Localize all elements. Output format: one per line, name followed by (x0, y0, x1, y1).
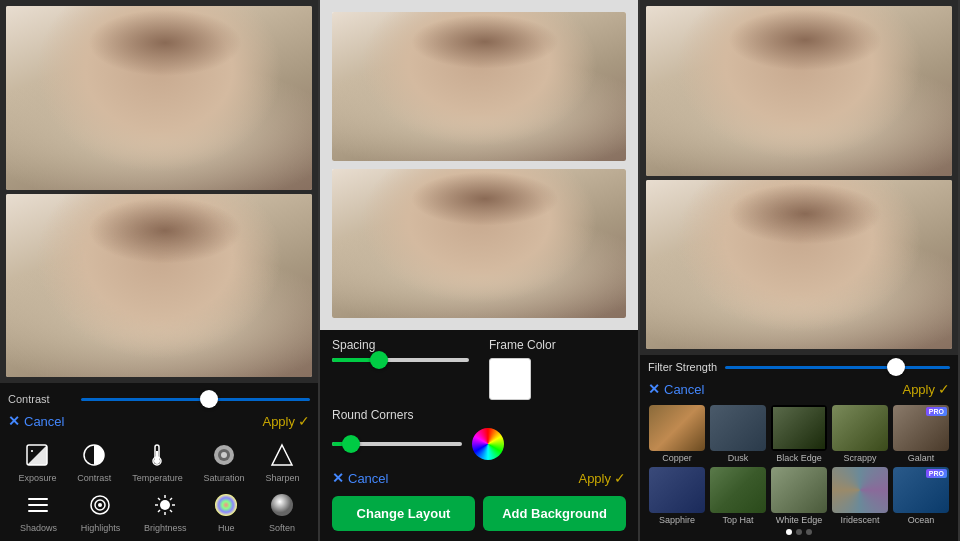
filter-galant[interactable]: PRO Galant (893, 405, 949, 463)
cancel-button-2[interactable]: ✕ Cancel (332, 470, 388, 486)
apply-label-3: Apply (902, 382, 935, 397)
round-corners-label: Round Corners (332, 408, 626, 422)
filter-thumb-scrappy (832, 405, 888, 451)
filter-label-blackedge: Black Edge (776, 453, 822, 463)
spacing-controls: Spacing Frame Color Round Corners (320, 330, 638, 541)
filter-sapphire[interactable]: Sapphire (649, 467, 705, 525)
brightness-label: Brightness (144, 523, 187, 533)
filter-thumb-galant: PRO (893, 405, 949, 451)
tool-hue[interactable]: Hue (206, 487, 246, 535)
filter-strength-label: Filter Strength (648, 361, 717, 373)
pro-badge-ocean: PRO (926, 469, 947, 478)
apply-button-2[interactable]: Apply ✓ (578, 470, 626, 486)
tool-contrast[interactable]: Contrast (73, 437, 115, 485)
photo-slot-top-3 (646, 6, 952, 176)
tool-sharpen[interactable]: Sharpen (261, 437, 303, 485)
tool-shadows[interactable]: Shadows (16, 487, 61, 535)
cancel-label-3: Cancel (664, 382, 704, 397)
tool-saturation[interactable]: Saturation (200, 437, 249, 485)
contrast-slider-thumb[interactable] (200, 390, 218, 408)
pro-badge-galant: PRO (926, 407, 947, 416)
filter-label-tophat: Top Hat (722, 515, 753, 525)
frame-color-group: Frame Color (489, 338, 626, 400)
filter-label-whiteedge: White Edge (776, 515, 823, 525)
filter-strength-thumb[interactable] (887, 358, 905, 376)
round-corners-row (332, 428, 626, 460)
soften-label: Soften (269, 523, 295, 533)
tool-soften[interactable]: Soften (262, 487, 302, 535)
contrast-label-tool: Contrast (77, 473, 111, 483)
filter-strength-slider[interactable] (725, 366, 950, 369)
dot-3 (806, 529, 812, 535)
filter-label-dusk: Dusk (728, 453, 749, 463)
filter-label-ocean: Ocean (908, 515, 935, 525)
svg-rect-14 (28, 504, 48, 506)
tool-highlights[interactable]: Highlights (77, 487, 125, 535)
cancel-apply-row-3: ✕ Cancel Apply ✓ (648, 377, 950, 401)
tool-temperature[interactable]: Temperature (128, 437, 187, 485)
filter-label-scrappy: Scrappy (843, 453, 876, 463)
filter-thumb-tophat (710, 467, 766, 513)
exposure-icon (21, 439, 53, 471)
round-corners-slider[interactable] (332, 442, 462, 446)
add-background-button[interactable]: Add Background (483, 496, 626, 531)
dot-2 (796, 529, 802, 535)
filter-thumb-dusk (710, 405, 766, 451)
apply-button-1[interactable]: Apply ✓ (262, 413, 310, 429)
spacing-thumb[interactable] (370, 351, 388, 369)
photo-area-spacing (320, 0, 638, 330)
cancel-button-3[interactable]: ✕ Cancel (648, 381, 704, 397)
spacing-slider[interactable] (332, 358, 469, 362)
svg-point-11 (221, 452, 227, 458)
filter-iridescent[interactable]: Iridescent (832, 467, 888, 525)
filter-scrappy[interactable]: Scrappy (832, 405, 888, 463)
spacing-main-row: Spacing Frame Color (332, 338, 626, 400)
filter-thumb-blackedge (771, 405, 827, 451)
tools-row-1: Exposure Contrast (8, 437, 310, 485)
cancel-button-1[interactable]: ✕ Cancel (8, 413, 64, 429)
apply-button-3[interactable]: Apply ✓ (902, 381, 950, 397)
cancel-apply-row-1: ✕ Cancel Apply ✓ (8, 409, 310, 433)
cancel-label-2: Cancel (348, 471, 388, 486)
svg-rect-13 (28, 498, 48, 500)
cancel-label-1: Cancel (24, 414, 64, 429)
filter-black-edge[interactable]: Black Edge (771, 405, 827, 463)
spacing-group: Spacing (332, 338, 469, 400)
svg-rect-15 (28, 510, 48, 512)
photo-slot-bottom (6, 194, 312, 378)
round-corners-section: Round Corners (332, 408, 626, 460)
spacing-label: Spacing (332, 338, 469, 352)
tool-brightness[interactable]: Brightness (140, 487, 191, 535)
filter-dusk[interactable]: Dusk (710, 405, 766, 463)
change-layout-button[interactable]: Change Layout (332, 496, 475, 531)
panel-contrast: Contrast ✕ Cancel Apply ✓ (0, 0, 320, 541)
filter-thumb-iridescent (832, 467, 888, 513)
contrast-slider-track[interactable] (81, 398, 310, 401)
photo-slot-bottom-2 (332, 169, 626, 318)
color-picker-wheel[interactable] (472, 428, 504, 460)
temperature-icon (141, 439, 173, 471)
exposure-label: Exposure (18, 473, 56, 483)
contrast-controls: Contrast ✕ Cancel Apply ✓ (0, 383, 318, 541)
tool-exposure[interactable]: Exposure (14, 437, 60, 485)
dot-1 (786, 529, 792, 535)
filter-label-copper: Copper (662, 453, 692, 463)
saturation-icon (208, 439, 240, 471)
filter-ocean[interactable]: PRO Ocean (893, 467, 949, 525)
filter-copper[interactable]: Copper (649, 405, 705, 463)
svg-point-28 (215, 494, 237, 516)
temperature-label: Temperature (132, 473, 183, 483)
frame-color-swatch[interactable] (489, 358, 531, 400)
hue-icon (210, 489, 242, 521)
filter-whiteedge[interactable]: White Edge (771, 467, 827, 525)
apply-label-2: Apply (578, 471, 611, 486)
round-corners-thumb[interactable] (342, 435, 360, 453)
highlights-icon (84, 489, 116, 521)
frame-color-label: Frame Color (489, 338, 626, 352)
tools-row-2: Shadows Highlights (8, 487, 310, 535)
saturation-label: Saturation (204, 473, 245, 483)
sharpen-icon (266, 439, 298, 471)
filter-tophat[interactable]: Top Hat (710, 467, 766, 525)
brightness-icon (149, 489, 181, 521)
photo-area-filters (640, 0, 958, 355)
